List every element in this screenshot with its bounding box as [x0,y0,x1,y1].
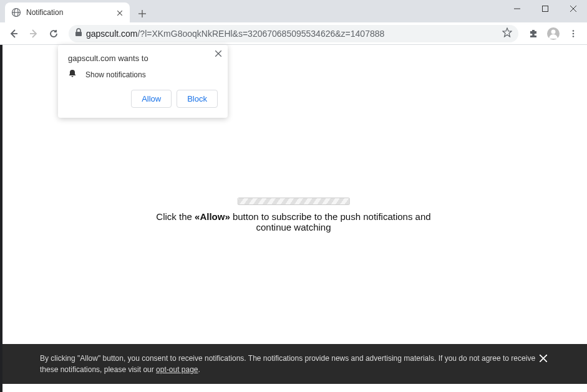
permission-popup: gapscult.com wants to Show notifications… [58,45,228,118]
url-text: gapscult.com/?l=XKmG8ooqkNkREHl&s=320670… [86,29,498,39]
popup-message-row: Show notifications [68,69,218,80]
browser-toolbar: gapscult.com/?l=XKmG8ooqkNkREHl&s=320670… [0,22,587,45]
banner-text: By clicking "Allow" button, you consent … [40,354,535,374]
reload-button[interactable] [45,25,62,42]
tab-bar: Notification [0,0,587,22]
forward-button[interactable] [25,25,42,42]
popup-buttons: Allow Block [68,90,218,108]
popup-title: gapscult.com wants to [68,54,218,63]
lock-icon [75,28,82,39]
maximize-button[interactable] [531,0,559,17]
svg-point-15 [551,29,556,34]
address-bar[interactable]: gapscult.com/?l=XKmG8ooqkNkREHl&s=320670… [69,25,518,42]
allow-button[interactable]: Allow [131,90,172,108]
cookie-banner: By clicking "Allow" button, you consent … [2,344,587,384]
svg-rect-1 [542,6,548,12]
popup-close-icon[interactable] [215,49,221,59]
page-content: gapscult.com wants to Show notifications… [0,45,587,392]
svg-point-18 [573,36,575,37]
instruction-text: Click the «Allow» button to subscribe to… [147,211,440,232]
back-button[interactable] [5,25,22,42]
profile-avatar-icon[interactable] [545,25,562,42]
browser-tab[interactable]: Notification [5,2,130,22]
bookmark-star-icon[interactable] [502,27,512,40]
bell-icon [68,69,77,80]
extensions-icon[interactable] [525,25,542,42]
window-controls [503,0,587,17]
loading-bar [238,198,350,205]
window-close-button[interactable] [559,0,587,17]
new-tab-button[interactable] [133,5,151,22]
minimize-button[interactable] [503,0,531,17]
svg-point-17 [573,32,575,34]
block-button[interactable]: Block [177,90,218,108]
tab-close-icon[interactable] [116,7,124,19]
svg-point-16 [573,30,575,32]
banner-close-icon[interactable] [540,351,547,366]
opt-out-link[interactable]: opt-out page [156,365,198,374]
page-main-content: Click the «Allow» button to subscribe to… [147,198,440,232]
svg-rect-13 [75,32,82,36]
tab-title: Notification [26,8,111,17]
globe-icon [11,7,21,17]
kebab-menu-icon[interactable] [565,25,582,42]
popup-message: Show notifications [85,70,146,79]
content-edge [0,45,2,392]
